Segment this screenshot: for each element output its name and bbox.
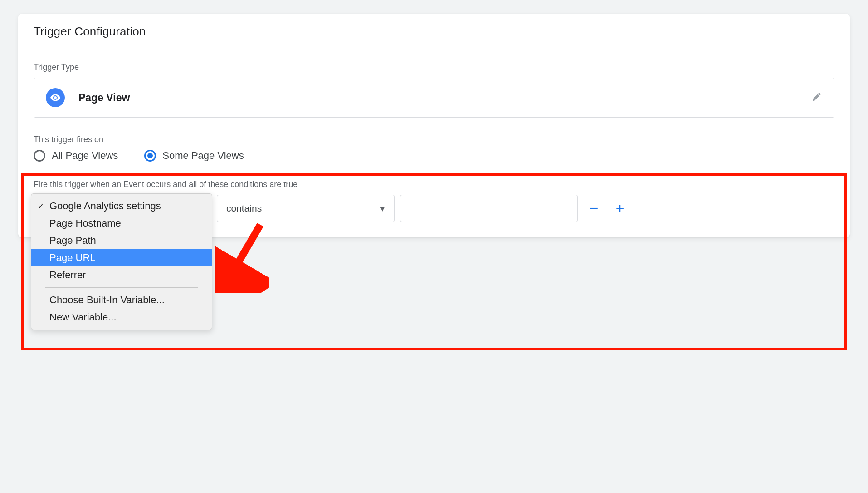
check-icon: ✓	[38, 201, 46, 211]
trigger-type-box[interactable]: Page View	[34, 78, 834, 118]
dropdown-item-ga-settings[interactable]: ✓ Google Analytics settings	[31, 197, 212, 215]
dropdown-item-label: Page Path	[49, 235, 96, 246]
dropdown-item-label: Choose Built-In Variable...	[49, 294, 165, 306]
dropdown-item-label: Page Hostname	[49, 217, 121, 229]
trigger-type-label: Trigger Type	[34, 63, 834, 72]
trigger-config-card: Trigger Configuration Trigger Type Page …	[18, 14, 850, 237]
eye-icon	[46, 88, 65, 107]
radio-label-all: All Page Views	[52, 150, 118, 162]
chevron-down-icon: ▾	[380, 203, 385, 214]
trigger-type-info: Page View	[46, 88, 130, 107]
fires-on-label: This trigger fires on	[34, 135, 834, 144]
dropdown-item-label: Referrer	[49, 269, 86, 281]
svg-line-0	[229, 225, 260, 279]
dropdown-item-builtin[interactable]: Choose Built-In Variable...	[31, 291, 212, 309]
page-title: Trigger Configuration	[34, 25, 834, 39]
dropdown-item-referrer[interactable]: Referrer	[31, 266, 212, 284]
dropdown-item-new-variable[interactable]: New Variable...	[31, 309, 212, 326]
value-input[interactable]	[400, 195, 578, 222]
dropdown-divider	[45, 287, 198, 288]
dropdown-item-page-url[interactable]: Page URL	[31, 249, 212, 266]
card-body: Trigger Type Page View This trigger fire…	[18, 49, 850, 237]
dropdown-item-label: New Variable...	[49, 311, 117, 323]
remove-condition-button[interactable]: −	[583, 198, 604, 219]
radio-icon	[144, 150, 156, 162]
radio-icon	[34, 150, 45, 162]
trigger-type-name: Page View	[78, 92, 130, 104]
pencil-icon[interactable]	[811, 91, 822, 104]
conditions-label: Fire this trigger when an Event occurs a…	[34, 180, 834, 189]
operator-value: contains	[226, 203, 262, 214]
radio-label-some: Some Page Views	[162, 150, 244, 162]
dropdown-item-label: Google Analytics settings	[49, 200, 161, 212]
conditions-area: Fire this trigger when an Event occurs a…	[34, 180, 834, 222]
operator-select[interactable]: contains ▾	[217, 195, 395, 222]
add-condition-button[interactable]: +	[610, 198, 630, 219]
fires-on-radio-group: All Page Views Some Page Views	[34, 150, 834, 162]
arrow-annotation-icon	[215, 220, 269, 293]
dropdown-item-label: Page URL	[49, 252, 96, 264]
radio-some-page-views[interactable]: Some Page Views	[144, 150, 244, 162]
dropdown-item-page-hostname[interactable]: Page Hostname	[31, 215, 212, 232]
variable-dropdown-menu: ✓ Google Analytics settings Page Hostnam…	[31, 193, 212, 330]
dropdown-item-page-path[interactable]: Page Path	[31, 232, 212, 249]
card-header: Trigger Configuration	[18, 14, 850, 49]
radio-all-page-views[interactable]: All Page Views	[34, 150, 118, 162]
